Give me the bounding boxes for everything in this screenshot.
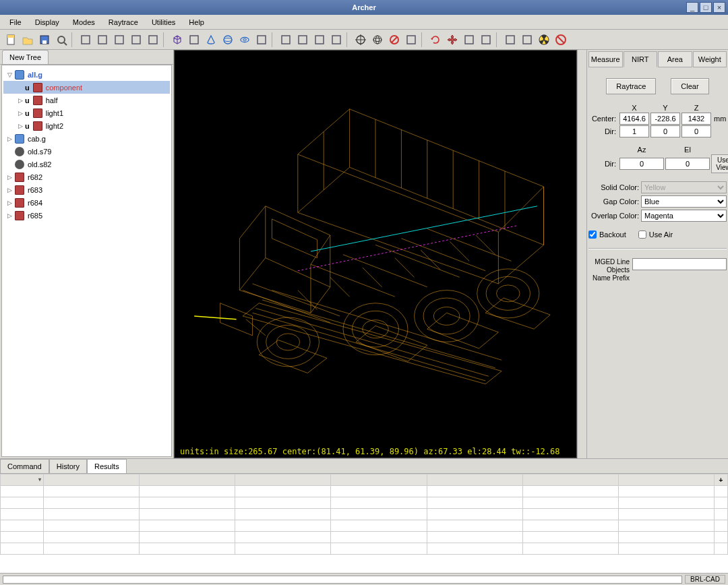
backout-checkbox[interactable]: Backout — [588, 230, 626, 239]
results-cell[interactable] — [44, 520, 140, 532]
results-cell[interactable] — [44, 497, 140, 509]
undo-icon[interactable] — [78, 32, 94, 48]
box-icon[interactable] — [186, 32, 202, 48]
results-cell[interactable] — [44, 509, 140, 520]
preferences-icon[interactable] — [53, 32, 69, 48]
results-cell[interactable] — [715, 543, 728, 555]
overlap-color-select[interactable]: Magenta — [641, 210, 727, 222]
center-y-input[interactable] — [650, 113, 680, 125]
tree-item-light2[interactable]: ▷ulight2 — [3, 119, 170, 132]
tree-item-all-g[interactable]: ▽all.g — [3, 68, 170, 81]
menu-modes[interactable]: Modes — [67, 17, 100, 28]
el-input[interactable] — [665, 158, 710, 170]
results-cell[interactable] — [235, 509, 331, 520]
tree-item-old-s82[interactable]: old.s82 — [3, 158, 170, 171]
results-cell[interactable] — [522, 486, 618, 497]
results-cell[interactable] — [522, 543, 618, 555]
results-grid[interactable]: ▾+ — [0, 474, 728, 573]
results-cell[interactable] — [715, 486, 728, 497]
results-cell[interactable] — [44, 532, 140, 543]
tab-command[interactable]: Command — [0, 459, 49, 473]
center-z-input[interactable] — [681, 113, 711, 125]
tree-item-cab-g[interactable]: ▷cab.g — [3, 132, 170, 145]
stop-icon[interactable] — [553, 32, 569, 48]
results-cell[interactable] — [1, 509, 44, 520]
paste-icon[interactable] — [145, 32, 161, 48]
minimize-icon[interactable]: _ — [686, 2, 698, 13]
new-file-icon[interactable] — [3, 32, 19, 48]
results-col-header[interactable] — [522, 474, 618, 486]
results-cell[interactable] — [1, 532, 44, 543]
tree-item-half[interactable]: ▷uhalf — [3, 94, 170, 106]
tree-view[interactable]: ▽all.g ucomponent▷uhalf▷ulight1▷ulight2▷… — [1, 65, 172, 457]
tab-area[interactable]: Area — [658, 51, 692, 67]
results-col-header[interactable] — [235, 474, 331, 486]
results-cell[interactable] — [140, 509, 235, 520]
results-col-header[interactable] — [140, 474, 235, 486]
menu-help[interactable]: Help — [183, 17, 210, 28]
use-view-button[interactable]: Use View — [711, 154, 728, 173]
cube-icon[interactable] — [169, 32, 185, 48]
tree-item-r682[interactable]: ▷r682 — [3, 171, 170, 183]
results-cell[interactable] — [618, 509, 714, 520]
compass-icon[interactable] — [403, 32, 419, 48]
refresh-icon[interactable] — [427, 32, 444, 48]
results-cell[interactable] — [235, 497, 331, 509]
menu-raytrace[interactable]: Raytrace — [103, 17, 144, 28]
dir-y-input[interactable] — [650, 125, 680, 137]
results-cell[interactable] — [140, 486, 235, 497]
maximize-icon[interactable]: □ — [700, 2, 712, 13]
results-cell[interactable] — [618, 532, 714, 543]
pan-icon[interactable] — [311, 32, 328, 48]
results-cell[interactable] — [140, 497, 235, 509]
close-icon[interactable]: × — [713, 2, 725, 13]
results-cell[interactable] — [427, 509, 522, 520]
tab-nirt[interactable]: NIRT — [624, 51, 658, 67]
results-cell[interactable] — [715, 509, 728, 520]
results-cell[interactable] — [44, 543, 140, 555]
results-cell[interactable] — [1, 486, 44, 497]
sun-icon[interactable] — [519, 32, 535, 48]
no-entry-icon[interactable] — [386, 32, 402, 48]
move-tool-icon[interactable] — [444, 32, 460, 48]
results-cell[interactable] — [331, 497, 427, 509]
gap-color-select[interactable]: Blue — [641, 195, 727, 208]
pipe-icon[interactable] — [253, 32, 270, 48]
cut-icon[interactable] — [111, 32, 127, 48]
raytrace-button[interactable]: Raytrace — [606, 78, 656, 94]
tab-weight[interactable]: Weight — [693, 51, 727, 67]
results-cell[interactable] — [331, 509, 427, 520]
tree-item-old-s79[interactable]: old.s79 — [3, 145, 170, 158]
results-cell[interactable] — [1, 520, 44, 532]
results-cell[interactable] — [618, 543, 714, 555]
results-cell[interactable] — [427, 543, 522, 555]
tree-item-r685[interactable]: ▷r685 — [3, 209, 170, 222]
results-col-header[interactable] — [427, 474, 522, 486]
results-cell[interactable] — [522, 509, 618, 520]
center-x-input[interactable] — [619, 113, 649, 125]
results-cell[interactable] — [140, 520, 235, 532]
results-cell[interactable] — [715, 532, 728, 543]
open-file-icon[interactable] — [20, 32, 36, 48]
results-cell[interactable] — [235, 532, 331, 543]
results-cell[interactable] — [331, 532, 427, 543]
results-cell[interactable] — [331, 520, 427, 532]
results-cell[interactable] — [44, 486, 140, 497]
camera-icon[interactable] — [502, 32, 518, 48]
results-cell[interactable] — [331, 486, 427, 497]
tab-measure[interactable]: Measure — [588, 51, 623, 67]
results-cell[interactable] — [235, 543, 331, 555]
tab-results[interactable]: Results — [87, 459, 127, 473]
menu-file[interactable]: File — [4, 17, 27, 28]
clear-button[interactable]: Clear — [671, 78, 708, 94]
torus-icon[interactable] — [237, 32, 253, 48]
results-cell[interactable] — [618, 486, 714, 497]
add-column-button[interactable]: + — [715, 474, 728, 486]
crosshair-icon[interactable] — [353, 32, 369, 48]
rotate-view-icon[interactable] — [295, 32, 311, 48]
results-col-header[interactable] — [44, 474, 140, 486]
save-icon[interactable] — [36, 32, 53, 48]
results-cell[interactable] — [715, 520, 728, 532]
radiation-icon[interactable] — [536, 32, 552, 48]
az-input[interactable] — [619, 158, 664, 170]
